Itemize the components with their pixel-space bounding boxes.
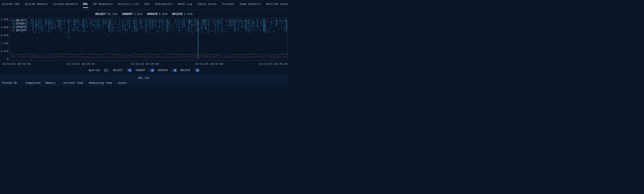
series-toggles: QueriesSELECTINSERTUPDATEDELETE <box>0 67 288 75</box>
toggle-delete[interactable] <box>194 69 199 72</box>
tab-threads[interactable]: Threads <box>222 2 234 8</box>
ddl-header-completed: Completed <box>26 82 40 85</box>
chart-legend: SELECTINSERTUPDATEDELETE <box>11 19 26 32</box>
tab-table-cache[interactable]: Table Cache <box>197 2 217 8</box>
chart-plot-area[interactable]: SELECTINSERTUPDATEDELETE <box>10 18 288 61</box>
tab-system-cpu[interactable]: System CPU <box>2 2 20 8</box>
stat-insert: INSERT2.82K <box>122 12 143 16</box>
tab-ahi[interactable]: AHI <box>144 2 150 8</box>
y-tick: 4.68K <box>0 26 8 29</box>
toggle-label-update: UPDATE <box>158 69 168 72</box>
tab-history-list[interactable]: History List <box>118 2 139 8</box>
y-tick: 0 <box>0 58 8 61</box>
legend-swatch <box>11 20 15 21</box>
y-axis: 3.35K4.68K6.01K7.34K8.67K0 <box>0 18 9 61</box>
legend-label: SELECT <box>16 19 26 22</box>
y-tick: 3.35K <box>0 18 8 21</box>
toggle-label-insert: INSERT <box>135 69 145 72</box>
tab-dml[interactable]: DML <box>83 2 88 8</box>
toggle-label-queries: Queries <box>88 69 100 72</box>
x-axis: 21/11/24 10:23:1521/11/24 10:26:3221/11/… <box>10 61 288 67</box>
x-tick: 21/11/24 10:29:50 <box>131 63 159 66</box>
ddl-table-headers: Thread IDCompletedMemoryCurrent TimeRema… <box>0 82 288 87</box>
x-tick: 21/11/24 10:26:32 <box>66 63 95 66</box>
ddl-header-current-time: Current Time <box>64 82 84 85</box>
x-tick: 21/11/24 10:23:15 <box>2 63 30 66</box>
legend-swatch <box>11 26 15 28</box>
tab-checkpoint[interactable]: Checkpoint <box>155 2 173 8</box>
dml-chart: 3.35K4.68K6.01K7.34K8.67K0 SELECTINSERTU… <box>0 18 288 67</box>
plot-canvas <box>10 18 288 61</box>
tab-system-memory[interactable]: System Memory <box>25 2 48 8</box>
legend-item-select: SELECT <box>11 19 26 22</box>
tab-aborted-connections[interactable]: Aborted Connections <box>266 2 288 8</box>
legend-label: INSERT <box>16 22 26 26</box>
x-tick: 21/11/24 10:33:08 <box>195 63 223 66</box>
ddl-panel: DDL (0) Thread IDCompletedMemoryCurrent … <box>0 75 288 87</box>
legend-item-update: UPDATE <box>11 26 26 29</box>
tab-bar: System CPUSystem MemorySystem NetworkDML… <box>0 0 288 10</box>
y-tick: 6.01K <box>0 34 8 37</box>
legend-item-insert: INSERT <box>11 22 26 26</box>
ddl-title: DDL (0) <box>0 77 288 82</box>
tab-system-network[interactable]: System Network <box>53 2 78 8</box>
legend-label: UPDATE <box>16 26 26 29</box>
stat-update: UPDATE5.64K <box>147 12 168 16</box>
stat-select: SELECT39.46K <box>95 12 118 16</box>
toggle-insert[interactable] <box>149 69 154 72</box>
tab-temp-objects[interactable]: Temp Objects <box>239 2 260 8</box>
toggle-label-delete: DELETE <box>180 69 190 72</box>
ddl-header-state: State <box>118 82 129 85</box>
toggle-queries[interactable] <box>104 69 109 72</box>
stat-delete: DELETE2.82K <box>172 12 193 16</box>
ddl-header-remaining-time: Remaining Time <box>89 82 113 85</box>
legend-swatch <box>11 30 15 31</box>
x-tick: 21/11/24 10:36:26 <box>259 63 288 66</box>
ddl-header-thread-id: Thread ID <box>2 82 20 85</box>
tab-bp-requests[interactable]: BP Requests <box>93 2 113 8</box>
y-tick: 8.67K <box>0 50 8 53</box>
toggle-label-select: SELECT <box>113 69 123 72</box>
legend-label: DELETE <box>16 29 26 32</box>
y-tick: 7.34K <box>0 42 8 45</box>
legend-swatch <box>11 23 15 25</box>
toggle-select[interactable] <box>126 69 132 72</box>
ddl-header-memory: Memory <box>46 82 58 85</box>
legend-item-delete: DELETE <box>11 29 26 32</box>
toggle-update[interactable] <box>172 69 177 72</box>
stats-row: SELECT39.46KINSERT2.82KUPDATE5.64KDELETE… <box>0 10 288 17</box>
tab-redo-log[interactable]: Redo Log <box>178 2 192 8</box>
